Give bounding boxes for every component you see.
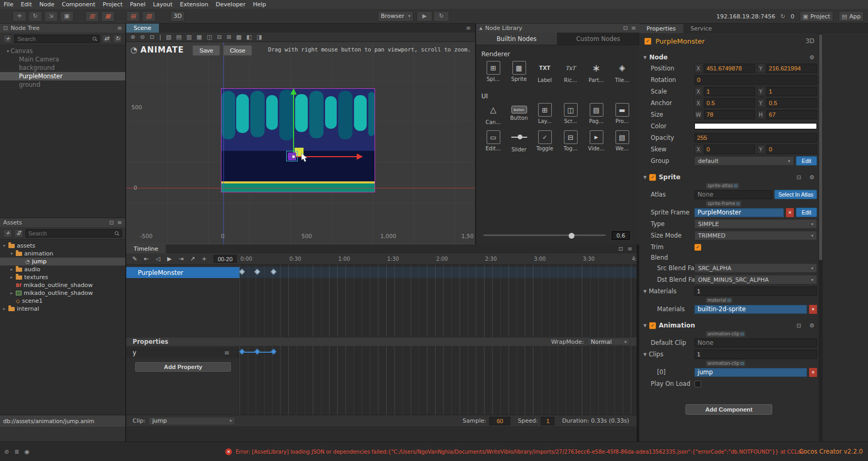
section-animation[interactable]: ▼ ✓ Animation ⊡ ⚙ xyxy=(639,320,819,331)
align-bottom-icon[interactable]: ▥ xyxy=(186,34,191,40)
node-search-input[interactable] xyxy=(14,35,100,43)
scale-x-input[interactable] xyxy=(704,87,755,96)
section-sprite[interactable]: ▼ ✓ Sprite ⊡ ⚙ xyxy=(639,172,819,182)
trash-icon[interactable]: ⊘ xyxy=(4,448,9,455)
export-clip-button[interactable]: ↗ xyxy=(188,255,197,263)
tab-timeline[interactable]: Timeline xyxy=(126,244,166,253)
library-item-canvas[interactable]: △ Can... xyxy=(480,102,506,125)
open-app-button[interactable]: ▤App xyxy=(839,11,864,22)
library-item-tiledmap[interactable]: ◈ Tile... xyxy=(609,60,635,83)
library-item-button[interactable]: Button Button xyxy=(506,102,532,125)
library-item-sliced-sprite[interactable]: ⊞ Spl... xyxy=(480,60,506,83)
distribute-h-icon[interactable]: ⊞ xyxy=(227,34,231,40)
wrapmode-dropdown[interactable]: Normal ▾ xyxy=(587,338,630,345)
position-y-input[interactable] xyxy=(766,64,817,73)
refresh-preview-button[interactable]: ↻ xyxy=(433,11,449,22)
type-dropdown[interactable]: SIMPLE ▾ xyxy=(694,219,817,229)
menu-project[interactable]: Project xyxy=(99,1,126,8)
asset-item-jump[interactable]: ◔ jump xyxy=(0,258,125,265)
chevron-right-icon[interactable]: ▸ xyxy=(3,306,8,311)
scene-viewport[interactable]: ◔ ANIMATE Save Close Drag with right mou… xyxy=(126,42,475,244)
sample-input[interactable] xyxy=(489,417,510,425)
move-tool-button[interactable]: ✛ xyxy=(13,11,26,22)
add-component-button[interactable]: Add Component xyxy=(685,404,772,415)
asset-item-texture[interactable]: ▸ mikado_outline_shadow xyxy=(0,289,125,297)
menu-help[interactable]: Help xyxy=(249,1,270,8)
properties-scrollbar[interactable] xyxy=(819,33,823,442)
material-field[interactable]: builtin-2d-sprite xyxy=(694,305,807,314)
save-animation-button[interactable]: Save xyxy=(193,45,220,56)
section-collapse-icon[interactable]: ▼ xyxy=(643,55,647,60)
gear-icon[interactable]: ⚙ xyxy=(809,174,814,181)
materials-count-input[interactable] xyxy=(694,286,817,296)
menu-developer[interactable]: Developer xyxy=(212,1,249,8)
color-swatch[interactable] xyxy=(694,123,817,129)
debug-button-2[interactable]: ▦ xyxy=(101,11,115,22)
panel-menu-icon[interactable]: ≡ xyxy=(466,25,471,32)
refresh-tree-button[interactable]: ↻ xyxy=(113,35,122,43)
menu-file[interactable]: File xyxy=(0,1,17,8)
collapse-icon[interactable]: ▼ xyxy=(643,352,647,357)
menu-component[interactable]: Component xyxy=(58,1,99,8)
library-item-richtext[interactable]: TxT Ric... xyxy=(558,60,583,83)
link-node-button[interactable]: ⇄ xyxy=(102,35,111,43)
tree-item-purplemonster[interactable]: PurpleMonster xyxy=(0,72,125,80)
opacity-input[interactable] xyxy=(694,133,817,142)
section-collapse-icon[interactable]: ▼ xyxy=(643,175,647,180)
eye-icon[interactable]: ◉ xyxy=(24,448,29,455)
prev-frame-button[interactable]: ◁ xyxy=(154,255,162,263)
align-right-icon[interactable]: ⊟ xyxy=(217,34,221,40)
library-item-slider[interactable]: Slider xyxy=(506,129,532,152)
rect-tool-button[interactable]: ▣ xyxy=(60,11,74,22)
src-blend-dropdown[interactable]: SRC_ALPHA ▾ xyxy=(694,263,817,273)
asset-item-scene1[interactable]: ◇ scene1 xyxy=(0,297,125,305)
chevron-down-icon[interactable]: ▾ xyxy=(11,251,16,256)
add-property-button[interactable]: Add Property xyxy=(135,362,231,372)
library-item-togglegroup[interactable]: ⊟ Tog... xyxy=(558,129,583,152)
clear-clip-button[interactable]: ✕ xyxy=(809,368,817,377)
default-clip-field[interactable]: None xyxy=(694,339,817,347)
library-item-editbox[interactable]: ▭ Edit... xyxy=(480,129,506,152)
library-item-particle[interactable]: ∗ Part... xyxy=(583,60,609,83)
dock-icon[interactable]: ⊡ xyxy=(623,25,628,32)
tree-item-background[interactable]: background xyxy=(0,64,125,72)
skew-x-input[interactable] xyxy=(704,145,755,154)
tree-item-main-camera[interactable]: Main Camera xyxy=(0,55,125,64)
stretch-v-icon[interactable]: ◨ xyxy=(257,34,262,40)
align-vcenter-icon[interactable]: ▤ xyxy=(176,34,181,40)
zoom-in-icon[interactable]: ⊕ xyxy=(130,34,135,40)
clear-material-button[interactable]: ✕ xyxy=(809,305,817,314)
node-active-checkbox[interactable]: ✓ xyxy=(644,38,651,45)
asset-item-animation[interactable]: ▾ animation xyxy=(0,250,125,258)
panel-menu-icon[interactable]: ≡ xyxy=(117,219,122,226)
debug-button-3[interactable]: ▤ xyxy=(126,11,140,22)
play-on-load-checkbox[interactable] xyxy=(694,381,701,387)
clips-count-input[interactable] xyxy=(694,350,817,359)
current-frame-input[interactable] xyxy=(214,255,237,263)
anchor-x-input[interactable] xyxy=(704,98,755,108)
chevron-right-icon[interactable]: ▸ xyxy=(11,267,16,272)
skew-y-input[interactable] xyxy=(766,145,817,154)
zoom-out-icon[interactable]: ⊖ xyxy=(140,34,145,40)
library-item-webview[interactable]: ▤ We... xyxy=(609,129,635,152)
timeline-track-purplemonster[interactable]: PurpleMonster xyxy=(126,267,239,278)
library-item-layout[interactable]: ⊞ Lay... xyxy=(532,102,558,125)
create-asset-button[interactable]: + xyxy=(3,229,12,238)
add-event-button[interactable]: + xyxy=(200,255,208,263)
collapse-icon[interactable]: ▼ xyxy=(643,289,647,294)
dock-icon[interactable]: ⊡ xyxy=(109,219,114,226)
align-left-icon[interactable]: ▦ xyxy=(197,34,202,40)
library-item-pageview[interactable]: ▤ Pag... xyxy=(583,102,609,125)
next-frame-button[interactable]: ⇥ xyxy=(177,255,185,263)
distribute-v-icon[interactable]: ▩ xyxy=(236,34,241,40)
chevron-down-icon[interactable]: ▾ xyxy=(5,49,11,54)
chevron-right-icon[interactable]: ▸ xyxy=(11,291,16,295)
asset-search-input[interactable] xyxy=(25,229,122,238)
menu-node[interactable]: Node xyxy=(36,1,58,8)
dst-blend-dropdown[interactable]: ONE_MINUS_SRC_ALPHA ▾ xyxy=(694,275,817,284)
tab-scene[interactable]: Scene xyxy=(126,24,159,33)
clip-0-field[interactable]: jump xyxy=(694,368,807,377)
console-list-icon[interactable]: ≣ xyxy=(14,448,19,455)
preview-target-dropdown[interactable]: Browser▾ xyxy=(378,11,413,22)
copy-component-icon[interactable]: ⊡ xyxy=(796,322,801,329)
